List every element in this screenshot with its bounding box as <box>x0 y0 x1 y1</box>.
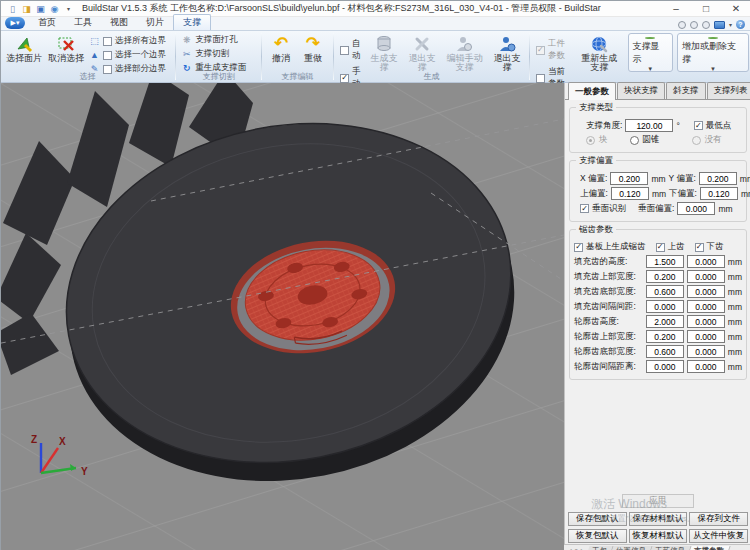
auto-option[interactable]: 自动 <box>340 38 362 62</box>
add-remove-support-dropdown[interactable]: 增加或删除支撑 ▼ <box>677 33 749 72</box>
fill-tooth-bottom-width-field-2[interactable] <box>687 285 725 298</box>
x-offset-field[interactable] <box>610 172 648 185</box>
support-display-dropdown[interactable]: 支撑显示 ▼ <box>628 33 673 72</box>
apply-button[interactable]: 应用 <box>622 494 694 508</box>
contour-tooth-bottom-width-field[interactable] <box>646 345 684 358</box>
minimize-button[interactable]: – <box>661 1 691 16</box>
chevron-down-icon: ▼ <box>647 66 653 72</box>
contour-tooth-gap-field[interactable] <box>646 360 684 373</box>
tab-slant-support[interactable]: 斜支撑 <box>666 82 706 99</box>
app-menu-button[interactable]: ▶▾ <box>5 17 25 29</box>
upper-teeth-checkbox[interactable] <box>656 243 665 252</box>
up-offset-field[interactable] <box>611 187 649 200</box>
regenerate-support-button[interactable]: 重新生成支撑 <box>575 32 623 73</box>
lowest-point-checkbox[interactable] <box>694 121 703 130</box>
contour-tooth-height-field-2[interactable] <box>687 315 725 328</box>
display-icon[interactable] <box>714 21 725 29</box>
sawtooth-on-base-checkbox[interactable] <box>574 243 583 252</box>
radio-none[interactable] <box>692 136 701 145</box>
fill-tooth-height-field-2[interactable] <box>687 255 725 268</box>
tab-tools[interactable]: 工具 <box>65 15 101 30</box>
punch-support-surface-button[interactable]: ❋ 支撑面打孔 <box>181 34 256 46</box>
theme-icon[interactable] <box>690 21 698 29</box>
save-to-file-button[interactable]: 保存到文件 <box>689 512 748 526</box>
tab-support-list[interactable]: 支撑列表 <box>707 82 750 99</box>
bottom-tab-position-info[interactable]: 位置信息 <box>611 546 653 550</box>
fill-tooth-gap-field-2[interactable] <box>687 300 725 313</box>
save-material-default-button[interactable]: 保存材料默认 <box>629 512 688 526</box>
viewport-3d[interactable]: Z X Y <box>1 83 564 550</box>
workpiece-params-checkbox[interactable] <box>536 46 545 55</box>
down-offset-field[interactable] <box>700 187 738 200</box>
settings-icon[interactable]: ◉ <box>49 3 60 14</box>
fill-tooth-height-field[interactable] <box>646 255 684 268</box>
select-all-boundary-option[interactable]: ⬚ 选择所有边界 <box>89 35 166 47</box>
y-offset-field[interactable] <box>699 172 737 185</box>
open-folder-icon[interactable]: ◨ <box>21 3 32 14</box>
restore-material-default-button[interactable]: 恢复材料默认 <box>629 529 688 543</box>
sawtooth-row: 轮廓齿间隔距离: mm <box>574 360 742 373</box>
groupbox-sawtooth: 锯齿参数 基板上生成锯齿 上齿 下齿 填充齿的高度: mm 填充齿上部宽度: <box>569 229 747 380</box>
radio-cone[interactable] <box>630 136 639 145</box>
tab-home[interactable]: 首页 <box>29 15 65 30</box>
new-document-icon[interactable]: ▯ <box>7 3 18 14</box>
contour-tooth-bottom-width-field-2[interactable] <box>687 345 725 358</box>
bottom-tab-process-info[interactable]: 工艺信息 <box>650 546 692 550</box>
database-icon <box>376 34 392 53</box>
maximize-button[interactable]: □ <box>691 1 721 16</box>
select-one-boundary-option[interactable]: ▲ 选择一个边界 <box>89 49 166 61</box>
fill-tooth-gap-field[interactable] <box>646 300 684 313</box>
generate-support-button[interactable]: 生成支撑 <box>365 32 403 73</box>
ribbon-group-parameters: 工件参数 当前参数 重新生成支撑 <box>531 31 626 82</box>
cancel-select-button[interactable]: 取消选择 <box>45 32 87 63</box>
tab-general-params[interactable]: 一般参数 <box>568 82 616 100</box>
vertical-offset-field[interactable] <box>677 202 715 215</box>
current-params-checkbox[interactable] <box>536 74 545 83</box>
bottom-tab-support-params[interactable]: 支撑参数 <box>689 546 731 550</box>
tab-slice[interactable]: 切片 <box>137 15 173 30</box>
fill-tooth-top-width-field[interactable] <box>646 270 684 283</box>
ribbon-group-select: 选择面片 取消选择 ⬚ 选择所有边界 ▲ <box>1 31 174 82</box>
save-package-default-button[interactable]: 保存包默认 <box>568 512 627 526</box>
style-icon[interactable] <box>678 21 686 29</box>
select-facet-button[interactable]: 选择面片 <box>3 32 45 63</box>
sawtooth-row: 填充齿间隔间距: mm <box>574 300 742 313</box>
edit-manual-support-button[interactable]: 编辑手动支撑 <box>441 32 488 73</box>
support-cut-button[interactable]: ✂ 支撑切割 <box>181 48 256 60</box>
scene-3d: Z X Y <box>1 83 564 550</box>
restore-from-file-button[interactable]: 从文件中恢复 <box>689 529 748 543</box>
fill-tooth-top-width-field-2[interactable] <box>687 270 725 283</box>
panel-tabs: 一般参数 块状支撑 斜支撑 支撑列表 <box>565 83 750 100</box>
help-icon[interactable]: ? <box>736 20 745 29</box>
fill-tooth-bottom-width-field[interactable] <box>646 285 684 298</box>
restore-package-default-button[interactable]: 恢复包默认 <box>568 529 627 543</box>
contour-tooth-height-field[interactable] <box>646 315 684 328</box>
lower-teeth-checkbox[interactable] <box>695 243 704 252</box>
tab-support[interactable]: 支撑 <box>173 14 211 30</box>
qat-dropdown-icon[interactable]: ▾ <box>63 3 74 14</box>
select-all-boundary-checkbox[interactable] <box>103 37 112 46</box>
vertical-face-checkbox[interactable] <box>580 204 589 213</box>
undo-button[interactable]: ↶ 撤消 <box>265 32 297 63</box>
bottom-tab-workpackage[interactable]: 工包 <box>587 546 614 550</box>
display-dropdown-icon[interactable]: ▾ <box>729 21 732 28</box>
radio-block[interactable] <box>586 136 595 145</box>
auto-checkbox[interactable] <box>340 46 349 55</box>
contour-tooth-gap-field-2[interactable] <box>687 360 725 373</box>
workpiece-params-option[interactable]: 工件参数 <box>536 38 572 62</box>
contour-tooth-top-width-field[interactable] <box>646 330 684 343</box>
exit-support-button-disabled[interactable]: 退出支撑 <box>403 32 441 73</box>
exit-support-button[interactable]: 退出支撑 <box>488 32 526 73</box>
redo-button[interactable]: ↷ 重做 <box>297 32 329 63</box>
support-angle-field[interactable] <box>625 119 673 132</box>
tab-block-support[interactable]: 块状支撑 <box>617 82 665 99</box>
window-controls: – □ ✕ <box>661 1 750 16</box>
save-icon[interactable]: ▣ <box>35 3 46 14</box>
close-button[interactable]: ✕ <box>721 1 750 16</box>
tab-view[interactable]: 视图 <box>101 15 137 30</box>
cancel-select-icon <box>57 34 75 53</box>
select-one-boundary-checkbox[interactable] <box>103 51 112 60</box>
scheme-icon[interactable] <box>702 21 710 29</box>
select-facet-icon <box>15 34 33 53</box>
contour-tooth-top-width-field-2[interactable] <box>687 330 725 343</box>
